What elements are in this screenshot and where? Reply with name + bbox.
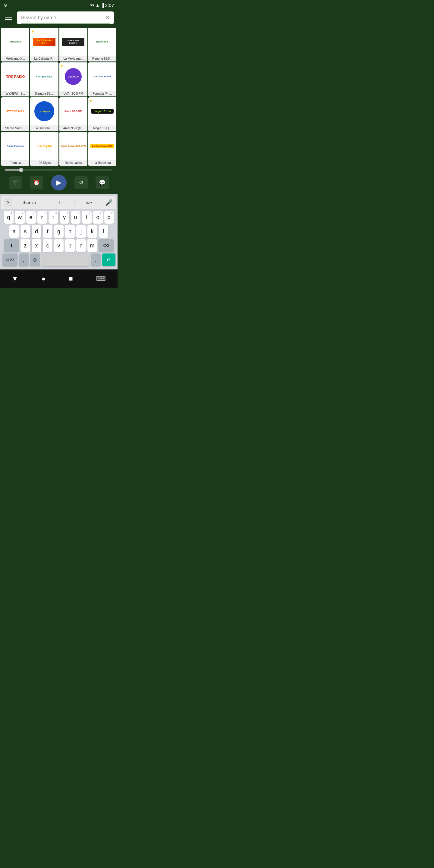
keyboard: > thanks I we 🎤 1q 2w 3e 4r 5t 6y 7u 8i … [0, 194, 118, 270]
favorite-button[interactable]: ♡ [9, 176, 22, 189]
station-label: La Ranchera [88, 160, 116, 166]
key-i[interactable]: 8i [82, 211, 92, 224]
radio-station-item[interactable]: MeXiCana FM91.3La Mexicana... [59, 28, 87, 61]
suggestion-thanks[interactable]: thanks [14, 199, 44, 207]
progress-thumb[interactable] [19, 168, 23, 172]
microphone-button[interactable]: 🎤 [104, 198, 114, 207]
station-label: La Mexicana... [59, 56, 87, 61]
keyboard-toggle-button[interactable]: ⌨ [94, 273, 108, 285]
space-key[interactable] [41, 253, 90, 266]
symbols-key[interactable]: ?123 [2, 253, 18, 266]
replay-button[interactable]: ↺ [74, 176, 88, 189]
station-logo: siempre 88.9 [30, 62, 58, 90]
bottom-nav: ▼ ● ■ ⌨ [0, 270, 118, 288]
key-r[interactable]: 4r [37, 211, 47, 224]
radio-station-item[interactable]: siempre 88.9Siempre 88.... [30, 62, 58, 96]
key-s[interactable]: s [21, 225, 30, 238]
key-k[interactable]: k [87, 225, 97, 238]
key-v[interactable]: v [54, 239, 64, 252]
search-input[interactable] [21, 15, 105, 21]
comma-key[interactable]: , [19, 253, 29, 266]
key-h[interactable]: h [65, 225, 75, 238]
key-e[interactable]: 3e [26, 211, 36, 224]
back-button[interactable]: ▼ [9, 273, 21, 285]
radio-station-item[interactable]: Amor 95.3 FMAmor 95.3 (X... [59, 97, 87, 131]
radio-station-item[interactable]: La Ranchera 1050La Ranchera [88, 132, 116, 166]
key-f[interactable]: f [43, 225, 53, 238]
key-l[interactable]: l [98, 225, 108, 238]
keyboard-icon: ⌨ [96, 275, 106, 282]
radio-station-item[interactable]: ♥uva 90.5UVA - 90.5 FM [59, 62, 87, 96]
key-w[interactable]: 2w [15, 211, 25, 224]
alarm-icon: ⏰ [33, 179, 40, 186]
station-logo: Radio Latina 104.5 FM [59, 132, 87, 160]
station-label: La Grupera (... [30, 125, 58, 131]
wifi-icon: ▾▾ [90, 3, 94, 7]
key-g[interactable]: g [54, 225, 64, 238]
enter-key[interactable]: ↵ [102, 253, 116, 266]
close-icon[interactable]: ✕ [105, 14, 110, 21]
progress-bar[interactable] [5, 169, 113, 170]
radio-station-item[interactable]: 105 digital105 Digital [30, 132, 58, 166]
station-label: La Caliente F... [30, 56, 58, 61]
station-logo: reporte 98.5 [88, 28, 116, 56]
suggestion-i[interactable]: I [44, 199, 74, 207]
key-q[interactable]: 1q [4, 211, 13, 224]
suggestion-we[interactable]: we [74, 199, 104, 207]
menu-button[interactable] [4, 14, 13, 21]
chevron-right-icon: > [6, 200, 9, 205]
radio-station-item[interactable]: Radio FormulaFormula [1, 132, 29, 166]
station-logo: uva 90.5 [59, 62, 87, 90]
station-logo: La Caliente 93.1 [30, 28, 58, 56]
key-z[interactable]: z [21, 239, 30, 252]
key-y[interactable]: 6y [60, 211, 69, 224]
play-button[interactable]: ▶ [51, 175, 67, 190]
radio-station-item[interactable]: Radio FormulaFormula (Pri... [88, 62, 116, 96]
radio-station-item[interactable]: ((W)) RADIOW (XEW) - 9... [1, 62, 29, 96]
keyboard-row-2: a s d f g h j k l [1, 225, 116, 238]
key-x[interactable]: x [32, 239, 41, 252]
key-c[interactable]: c [43, 239, 53, 252]
station-logo: La Grupera [30, 97, 58, 125]
radio-station-item[interactable]: La GruperaLa Grupera (... [30, 97, 58, 131]
radio-station-item[interactable]: reporte 98.5Reporte 98.5... [88, 28, 116, 61]
key-j[interactable]: j [76, 225, 86, 238]
backspace-key[interactable]: ⌫ [98, 239, 114, 252]
key-p[interactable]: 0p [104, 211, 114, 224]
search-bar[interactable]: ✕ [17, 11, 114, 24]
battery-icon: ▐ [101, 3, 104, 7]
key-u[interactable]: 7u [71, 211, 81, 224]
station-logo: STEREO MAX [1, 97, 29, 125]
alarm-button[interactable]: ⏰ [30, 176, 43, 189]
chat-icon: 💬 [99, 179, 105, 186]
station-label: Amor 95.3 (X... [59, 125, 87, 131]
station-label: Formula [1, 160, 29, 166]
radio-station-item[interactable]: ♥magia 101 fmMagia 101 (... [88, 97, 116, 131]
key-o[interactable]: 9o [93, 211, 103, 224]
key-n[interactable]: n [76, 239, 86, 252]
status-signal: ⊙ [4, 2, 7, 8]
recent-button[interactable]: ■ [67, 273, 75, 285]
station-label: Formula (Pri... [88, 91, 116, 96]
key-t[interactable]: 5t [49, 211, 58, 224]
station-logo: Amor 95.3 FM [59, 97, 87, 125]
shift-key[interactable]: ⬆ [4, 239, 19, 252]
radio-station-item[interactable]: STEREO MAXStereo Max F... [1, 97, 29, 131]
period-key[interactable]: . [91, 253, 101, 266]
emoji-key[interactable]: ☺ [30, 253, 40, 266]
station-logo: ((W)) RADIO [1, 62, 29, 90]
key-b[interactable]: b [65, 239, 75, 252]
key-d[interactable]: d [32, 225, 41, 238]
signal-icon: ▲ [96, 3, 100, 7]
recent-icon: ■ [69, 275, 73, 282]
key-m[interactable]: m [87, 239, 97, 252]
radio-station-item[interactable]: Radio Latina 104.5 FMRadio Latina [59, 132, 87, 166]
key-a[interactable]: a [9, 225, 19, 238]
radio-station-item[interactable]: ♥La Caliente 93.1La Caliente F... [30, 28, 58, 61]
chat-button[interactable]: 💬 [96, 176, 109, 189]
radio-station-item[interactable]: MexicanaMexicana (X... [1, 28, 29, 61]
home-button[interactable]: ● [39, 273, 48, 285]
home-icon: ● [41, 275, 45, 282]
expand-suggestions-button[interactable]: > [4, 198, 12, 207]
heart-icon: ♡ [13, 179, 18, 186]
